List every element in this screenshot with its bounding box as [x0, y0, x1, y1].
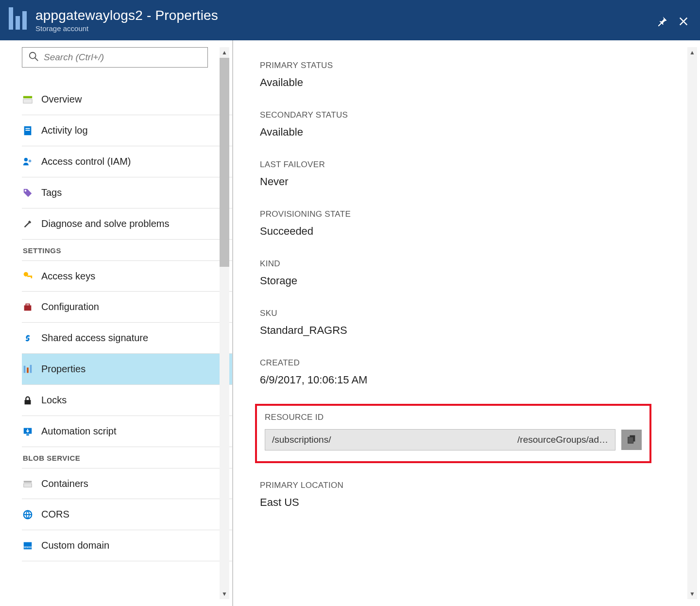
nav-label: Activity log [41, 125, 88, 136]
svg-rect-15 [24, 365, 26, 373]
search-box[interactable] [22, 47, 208, 68]
prop-label: SECONDARY STATUS [260, 110, 671, 120]
key-icon [22, 270, 34, 282]
svg-rect-12 [31, 276, 32, 278]
prop-value: East US [260, 496, 671, 509]
custom-domain-icon: www [22, 540, 34, 552]
nav-label: Overview [41, 94, 82, 105]
header-titles: appgatewaylogs2 - Properties Storage acc… [35, 8, 655, 33]
svg-rect-3 [23, 99, 32, 103]
nav-label: Containers [41, 478, 88, 489]
prop-value: Storage [260, 275, 671, 287]
storage-account-icon [9, 7, 27, 33]
access-control-icon [22, 156, 34, 168]
sidebar-item-tags[interactable]: Tags [22, 177, 232, 208]
sidebar-item-configuration[interactable]: Configuration [22, 292, 232, 323]
svg-rect-20 [26, 434, 29, 435]
prop-primary-location: PRIMARY LOCATION East US [260, 481, 671, 509]
cors-icon [22, 509, 34, 520]
prop-label: PRIMARY STATUS [260, 61, 671, 70]
prop-provisioning-state: PROVISIONING STATE Succeeded [260, 209, 671, 238]
sidebar-item-sas[interactable]: Shared access signature [22, 323, 232, 354]
svg-rect-22 [24, 484, 32, 487]
pin-button[interactable] [655, 15, 669, 28]
svg-rect-2 [23, 96, 32, 98]
activity-log-icon [22, 125, 34, 137]
svg-point-7 [24, 157, 28, 161]
nav-label: Access keys [41, 271, 95, 282]
search-input[interactable] [44, 52, 202, 63]
sidebar-scrollbar[interactable]: ▲ ▼ [220, 47, 229, 599]
sidebar-item-containers[interactable]: Containers [22, 468, 232, 499]
nav-label: Shared access signature [41, 332, 148, 344]
settings-section-label: SETTINGS [22, 240, 232, 260]
scroll-down-icon[interactable]: ▼ [687, 590, 697, 597]
main-content: PRIMARY STATUS Available SECONDARY STATU… [233, 40, 700, 606]
scroll-up-icon[interactable]: ▲ [220, 49, 229, 56]
svg-rect-5 [25, 128, 30, 129]
tags-icon [22, 187, 34, 199]
prop-created: CREATED 6/9/2017, 10:06:15 AM [260, 358, 671, 386]
prop-value: Succeeded [260, 225, 671, 238]
nav-label: Diagnose and solve problems [41, 218, 170, 229]
scroll-up-icon[interactable]: ▲ [687, 49, 697, 56]
resource-id-left: /subscriptions/ [272, 434, 331, 445]
prop-last-failover: LAST FAILOVER Never [260, 160, 671, 188]
prop-secondary-status: SECONDARY STATUS Available [260, 110, 671, 139]
sidebar-item-activity-log[interactable]: Activity log [22, 115, 232, 146]
sidebar-item-locks[interactable]: Locks [22, 385, 232, 416]
sidebar: Overview Activity log Access control (IA… [0, 40, 233, 606]
sidebar-nav: Overview Activity log Access control (IA… [0, 74, 232, 606]
svg-rect-6 [25, 130, 30, 131]
prop-label: RESOURCE ID [265, 413, 642, 422]
properties-icon [22, 364, 34, 375]
sidebar-item-diagnose[interactable]: Diagnose and solve problems [22, 208, 232, 240]
nav-label: Automation script [41, 426, 117, 437]
sidebar-item-access-control[interactable]: Access control (IAM) [22, 146, 232, 177]
prop-label: PRIMARY LOCATION [260, 481, 671, 490]
sidebar-item-access-keys[interactable]: Access keys [22, 260, 232, 292]
lock-icon [22, 395, 34, 406]
copy-button[interactable] [621, 430, 642, 450]
prop-label: SKU [260, 309, 671, 318]
nav-label: Access control (IAM) [41, 156, 131, 167]
diagnose-icon [22, 218, 34, 230]
close-button[interactable] [677, 15, 690, 28]
prop-value: Standard_RAGRS [260, 324, 671, 337]
prop-value: 6/9/2017, 10:06:15 AM [260, 374, 671, 386]
sidebar-item-cors[interactable]: CORS [22, 499, 232, 530]
nav-label: Configuration [41, 301, 99, 312]
prop-value: Available [260, 76, 671, 89]
nav-label: Properties [41, 364, 85, 375]
svg-rect-17 [30, 364, 32, 373]
sidebar-item-automation-script[interactable]: Automation script [22, 416, 232, 447]
svg-rect-14 [26, 304, 29, 306]
resource-id-field[interactable]: /subscriptions/ /resourceGroups/ad… [265, 429, 615, 450]
blob-section-label: BLOB SERVICE [22, 447, 232, 468]
prop-value: Never [260, 175, 671, 188]
configuration-icon [22, 301, 34, 313]
sidebar-item-properties[interactable]: Properties [22, 354, 232, 385]
sidebar-item-overview[interactable]: Overview [22, 84, 232, 115]
svg-point-9 [25, 190, 27, 191]
blade-header: appgatewaylogs2 - Properties Storage acc… [0, 0, 700, 40]
prop-label: PROVISIONING STATE [260, 209, 671, 219]
svg-rect-16 [27, 367, 29, 373]
svg-point-8 [29, 159, 32, 162]
prop-primary-status: PRIMARY STATUS Available [260, 61, 671, 89]
overview-icon [22, 94, 34, 105]
svg-text:www: www [23, 544, 32, 549]
scroll-down-icon[interactable]: ▼ [220, 590, 229, 597]
prop-label: CREATED [260, 358, 671, 368]
svg-rect-27 [628, 437, 633, 443]
main-scrollbar[interactable]: ▲ ▼ [687, 47, 697, 599]
containers-icon [22, 478, 34, 489]
sidebar-item-custom-domain[interactable]: www Custom domain [22, 530, 232, 561]
nav-label: Custom domain [41, 540, 109, 551]
resource-id-highlight: RESOURCE ID /subscriptions/ /resourceGro… [255, 404, 651, 463]
prop-sku: SKU Standard_RAGRS [260, 309, 671, 337]
blade-subtitle: Storage account [35, 24, 655, 33]
svg-point-0 [30, 52, 36, 59]
prop-kind: KIND Storage [260, 259, 671, 287]
scroll-thumb[interactable] [220, 58, 229, 267]
